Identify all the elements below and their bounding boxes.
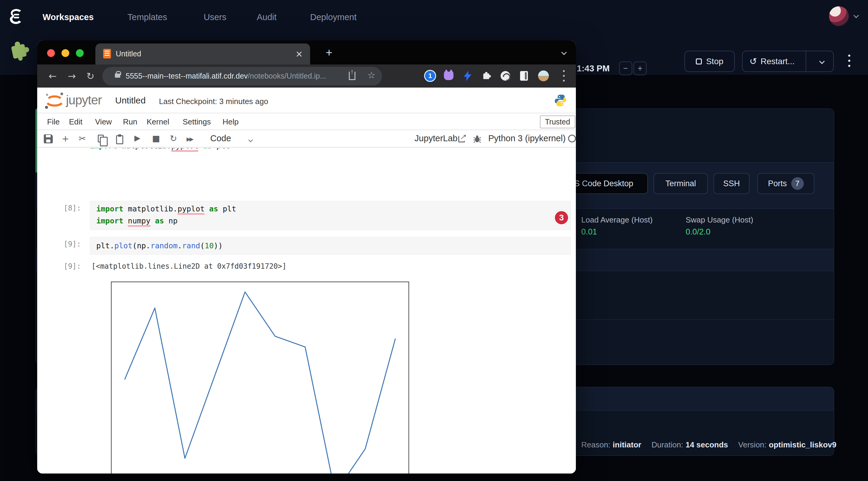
browser-window: Untitled × + ← → ↻ 5555--main--test--mat…	[37, 40, 576, 474]
add-cell-icon[interactable]: +	[62, 133, 69, 143]
jupyter-menubar: File Edit View Run Kernel Settings Help …	[37, 114, 576, 130]
back-icon[interactable]: ←	[49, 70, 57, 82]
menu-help[interactable]: Help	[222, 117, 239, 127]
bookmark-star-icon[interactable]: ☆	[367, 70, 375, 81]
window-minimize-button[interactable]	[61, 49, 69, 57]
cut-cell-icon[interactable]: ✂	[79, 133, 86, 143]
forward-icon[interactable]: →	[68, 70, 76, 82]
code-cell[interactable]: import matplotlib.pyplot as plt import n…	[90, 201, 571, 230]
code-line: import matplotlib.pyplot as plt	[96, 203, 236, 215]
nav-users[interactable]: Users	[204, 12, 226, 22]
load-average-value: 0.01	[581, 227, 597, 236]
window-zoom-button[interactable]	[76, 49, 84, 57]
address-bar[interactable]: 5555--main--test--matifali.atif.cdr.dev/…	[102, 67, 382, 86]
clipped-previous-cell-line: import matplotlib.pyplot as plt	[90, 148, 360, 152]
notebook-body: import matplotlib.pyplot as plt [8]: imp…	[37, 148, 576, 474]
external-link-icon[interactable]	[458, 135, 465, 145]
window-close-button[interactable]	[47, 49, 55, 57]
cell-prompt: [9]:	[49, 240, 81, 248]
menu-file[interactable]: File	[47, 117, 60, 127]
restart-split-button[interactable]: ↺ Restart...	[742, 51, 834, 72]
jupyter-toolbar: + ✂ ▶ ■ ↻ ▶▶ Code JupyterLab Python 3 (i…	[37, 130, 576, 148]
nav-workspaces[interactable]: Workspaces	[42, 12, 94, 22]
load-average-label: Load Average (Host)	[581, 215, 653, 225]
sidebar-extension-icon[interactable]	[518, 70, 530, 82]
new-tab-button[interactable]: +	[326, 47, 332, 58]
bolt-extension-icon[interactable]	[462, 70, 474, 82]
jupyter-brand-text: jupyter	[66, 93, 102, 107]
jupyterlab-link[interactable]: JupyterLab	[414, 133, 458, 143]
debugger-bug-icon[interactable]	[473, 134, 482, 143]
jupyter-page: jupyter Untitled Last Checkpoint: 3 minu…	[37, 88, 576, 474]
share-icon[interactable]	[349, 72, 355, 80]
menu-kernel[interactable]: Kernel	[147, 117, 169, 127]
python-kernel-logo-icon	[554, 94, 567, 107]
stop-button[interactable]: Stop	[684, 51, 735, 72]
menu-settings[interactable]: Settings	[183, 117, 211, 127]
restart-kernel-icon[interactable]: ↻	[170, 133, 177, 143]
swap-usage-value: 0.0/2.0	[686, 227, 711, 236]
kernel-name[interactable]: Python 3 (ipykernel)	[488, 133, 566, 143]
restart-options-chevron-icon[interactable]	[810, 59, 833, 63]
extensions-puzzle-icon[interactable]	[480, 70, 493, 82]
cell-type-dropdown[interactable]: Code	[210, 133, 231, 143]
1password-extension-icon[interactable]: 1	[424, 70, 436, 82]
ports-count-badge: 7	[791, 177, 804, 190]
ghostery-extension-icon[interactable]	[499, 70, 512, 82]
terminal-button[interactable]: Terminal	[654, 173, 708, 194]
menu-edit[interactable]: Edit	[69, 117, 83, 127]
user-menu-chevron-icon[interactable]	[854, 13, 858, 19]
tab-title: Untitled	[116, 50, 141, 58]
build-reason: Reason:initiator	[581, 440, 641, 450]
code-line: import numpy as np	[96, 215, 178, 227]
copy-cell-icon[interactable]	[98, 135, 104, 142]
workspace-template-puzzle-icon	[6, 37, 32, 63]
ssh-button[interactable]: SSH	[714, 173, 749, 194]
schedule-minus-button[interactable]: −	[619, 62, 632, 75]
nav-deployment[interactable]: Deployment	[310, 12, 356, 22]
build-info-row: Reason:initiator Duration:14 seconds Ver…	[581, 440, 837, 450]
coder-logo-icon[interactable]	[8, 8, 25, 26]
restart-icon: ↺	[749, 56, 757, 67]
browser-toolbar: ← → ↻ 5555--main--test--matifali.atif.cd…	[37, 64, 576, 88]
cell-prompt: [8]:	[49, 204, 81, 212]
jupyter-logo-icon	[44, 91, 64, 110]
build-version: Version:optimistic_liskov9	[738, 440, 836, 450]
autostop-time: 1:43 PM	[577, 64, 610, 73]
reload-icon[interactable]: ↻	[86, 70, 94, 82]
menu-run[interactable]: Run	[123, 117, 137, 127]
cell-type-chevron-icon[interactable]	[249, 137, 252, 143]
code-line: plt.plot(np.random.rand(10))	[96, 240, 223, 252]
lock-icon[interactable]	[115, 73, 120, 78]
code-cell[interactable]: plt.plot(np.random.rand(10))	[90, 237, 571, 255]
user-avatar[interactable]	[829, 6, 849, 26]
paste-cell-icon[interactable]	[116, 135, 123, 144]
workspace-kebab-menu-icon[interactable]	[848, 55, 850, 67]
notebook-favicon-icon	[103, 49, 111, 59]
stop-square-icon	[696, 59, 702, 64]
last-checkpoint-text: Last Checkpoint: 3 minutes ago	[159, 97, 268, 106]
browser-profile-avatar[interactable]	[537, 70, 550, 82]
nav-templates[interactable]: Templates	[127, 12, 167, 22]
ports-button[interactable]: Ports 7	[757, 173, 814, 194]
nav-audit[interactable]: Audit	[257, 12, 277, 22]
restart-run-all-icon[interactable]: ▶▶	[187, 136, 192, 142]
output-repr-text: [<matplotlib.lines.Line2D at 0x7fd03f191…	[91, 262, 286, 270]
trusted-button[interactable]: Trusted	[540, 116, 575, 128]
tab-close-icon[interactable]: ×	[296, 49, 303, 59]
schedule-plus-button[interactable]: +	[633, 62, 647, 75]
restart-divider	[806, 51, 806, 71]
cat-extension-icon[interactable]	[443, 70, 455, 82]
browser-tab-strip: Untitled × +	[37, 40, 576, 64]
tab-search-chevron-icon[interactable]	[562, 50, 566, 56]
swap-usage-label: Swap Usage (Host)	[686, 215, 753, 225]
browser-menu-kebab-icon[interactable]	[558, 70, 570, 82]
browser-tab[interactable]: Untitled ×	[95, 43, 310, 64]
save-icon[interactable]	[44, 134, 53, 143]
menu-view[interactable]: View	[95, 117, 112, 127]
run-cell-icon[interactable]: ▶	[134, 133, 141, 142]
notification-badge[interactable]: 3	[554, 210, 569, 225]
url-text[interactable]: 5555--main--test--matifali.atif.cdr.dev/…	[126, 72, 326, 81]
interrupt-kernel-icon[interactable]: ■	[152, 133, 160, 143]
notebook-title[interactable]: Untitled	[115, 95, 146, 105]
